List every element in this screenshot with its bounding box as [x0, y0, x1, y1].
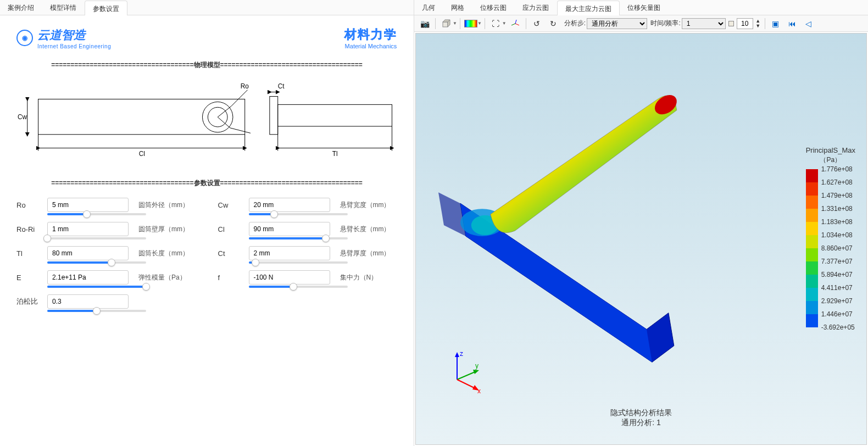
- param-input-泊松比[interactable]: [47, 294, 129, 309]
- analysis-step-select[interactable]: 通用分析: [587, 18, 647, 29]
- svg-text:Ct: Ct: [277, 82, 285, 90]
- param-label-Cl: Cl: [218, 225, 244, 233]
- param-desc-Tl: 圆筒长度（mm）: [138, 249, 189, 258]
- tab-model-detail[interactable]: 模型详情: [42, 0, 85, 15]
- dropdown-arrow[interactable]: ▼: [477, 21, 482, 26]
- result-text: 隐式结构分析结果 通用分析: 1: [610, 408, 672, 428]
- param-desc-Cw: 悬臂宽度（mm）: [340, 200, 391, 210]
- subject-sub: Material Mechanics: [344, 43, 397, 49]
- rotate-ccw-icon[interactable]: ↺: [529, 17, 544, 30]
- svg-line-25: [515, 20, 516, 24]
- svg-line-24: [515, 24, 519, 25]
- param-desc-Cl: 悬臂长度（mm）: [340, 225, 391, 234]
- fit-icon[interactable]: ⛶: [488, 17, 503, 30]
- svg-line-34: [457, 380, 476, 389]
- tab-geometry[interactable]: 几何: [414, 0, 443, 15]
- tab-case-intro[interactable]: 案例介绍: [0, 0, 42, 15]
- frames-input[interactable]: [737, 18, 753, 29]
- logo-left: ◉ 云道智造 Internet Based Engineering: [16, 27, 111, 49]
- axes-icon[interactable]: [508, 17, 523, 30]
- param-label-Cw: Cw: [218, 201, 244, 209]
- section-params: =====================================参数设…: [16, 179, 397, 188]
- svg-text:Ro: Ro: [241, 82, 249, 90]
- subject-title: 材料力学: [344, 26, 397, 43]
- section-physical: =====================================物理模…: [16, 60, 397, 70]
- param-desc-E: 弹性模量（Pa）: [138, 273, 186, 282]
- param-slider-Tl[interactable]: [47, 261, 146, 264]
- param-slider-Ct[interactable]: [249, 261, 348, 264]
- tab-param-settings[interactable]: 参数设置: [85, 1, 127, 15]
- param-input-E[interactable]: [47, 270, 129, 285]
- play-back-icon[interactable]: ◁: [801, 17, 816, 30]
- spin-up-down[interactable]: ▲▼: [754, 17, 762, 30]
- tab-stress[interactable]: 应力云图: [515, 0, 557, 15]
- physical-diagram: Ro Ri Cw Cl Ct: [16, 80, 397, 168]
- param-slider-f[interactable]: [249, 286, 348, 288]
- svg-text:Cw: Cw: [18, 113, 27, 121]
- param-desc-f: 集中力（N）: [340, 273, 378, 282]
- colormap-icon[interactable]: [463, 17, 478, 30]
- param-label-E: E: [16, 274, 43, 282]
- param-label-Tl: Tl: [16, 249, 43, 258]
- param-input-Cw[interactable]: [249, 198, 330, 212]
- svg-line-6: [218, 117, 230, 128]
- svg-line-7: [230, 128, 251, 135]
- param-input-f[interactable]: [249, 270, 330, 285]
- right-tabs: 几何 网格 位移云图 应力云图 最大主应力云图 位移矢量图: [414, 0, 868, 15]
- camera-icon[interactable]: 📷: [417, 17, 432, 30]
- param-desc-Ro: 圆筒外径（mm）: [138, 200, 189, 210]
- svg-text:z: z: [460, 350, 463, 358]
- param-label-Ro: Ro: [16, 201, 43, 209]
- logo-right: 材料力学 Material Mechanics: [344, 26, 397, 49]
- param-desc-Ct: 悬臂厚度（mm）: [340, 249, 391, 258]
- svg-line-3: [218, 106, 231, 117]
- viewport-toolbar: 📷 ▼ ▼ ⛶▼ ↺ ↻ 分析步: 通用分析 时间/频率: 1 ▲▼ ▣ ⏮ ◁: [414, 15, 868, 32]
- param-slider-Ro[interactable]: [47, 213, 146, 215]
- dropdown-arrow[interactable]: ▼: [453, 21, 457, 26]
- box-indicator: [728, 21, 734, 26]
- tab-displacement[interactable]: 位移云图: [472, 0, 515, 15]
- svg-text:Cl: Cl: [139, 150, 145, 158]
- param-input-Ro[interactable]: [47, 198, 129, 212]
- svg-rect-23: [443, 22, 448, 27]
- color-legend: PrincipalS_Max （Pa） 1.776e+081.627e+081.…: [806, 146, 855, 327]
- svg-text:y: y: [475, 362, 478, 370]
- param-slider-泊松比[interactable]: [47, 310, 146, 312]
- rotate-cw-icon[interactable]: ↻: [546, 17, 561, 30]
- param-slider-E[interactable]: [47, 286, 146, 288]
- left-tabs: 案例介绍 模型详情 参数设置: [0, 0, 414, 15]
- analysis-step-label: 分析步:: [564, 19, 586, 28]
- cube-icon[interactable]: [438, 17, 454, 30]
- param-label-f: f: [218, 274, 244, 282]
- param-input-Ct[interactable]: [249, 246, 330, 260]
- axis-gizmo: z y x: [443, 349, 487, 395]
- param-input-Cl[interactable]: [249, 222, 330, 236]
- param-slider-Ro-Ri[interactable]: [47, 237, 146, 239]
- param-label-泊松比: 泊松比: [16, 297, 43, 306]
- skip-back-icon[interactable]: ⏮: [784, 17, 800, 30]
- tab-max-principal[interactable]: 最大主应力云图: [557, 1, 620, 15]
- svg-text:x: x: [477, 387, 481, 393]
- param-label-Ro-Ri: Ro-Ri: [16, 225, 43, 233]
- param-input-Ro-Ri[interactable]: [47, 222, 129, 236]
- viewport-3d[interactable]: z y x 隐式结构分析结果 通用分析: 1 PrincipalS_Max （P…: [415, 33, 867, 445]
- svg-rect-15: [269, 97, 277, 135]
- param-slider-Cw[interactable]: [249, 213, 348, 215]
- param-slider-Cl[interactable]: [249, 237, 348, 239]
- svg-rect-16: [277, 104, 392, 126]
- svg-line-32: [457, 371, 476, 380]
- param-input-Tl[interactable]: [47, 246, 129, 260]
- dropdown-arrow[interactable]: ▼: [502, 21, 507, 26]
- tab-mesh[interactable]: 网格: [443, 0, 472, 15]
- time-label: 时间/频率:: [650, 19, 681, 28]
- brand-name: 云道智造: [37, 27, 111, 43]
- time-select[interactable]: 1: [682, 18, 726, 29]
- svg-text:Tl: Tl: [332, 150, 337, 158]
- tab-disp-vector[interactable]: 位移矢量图: [620, 0, 669, 15]
- param-label-Ct: Ct: [218, 249, 244, 258]
- record-icon[interactable]: ▣: [768, 17, 783, 30]
- svg-line-26: [511, 24, 515, 25]
- brand-sub: Internet Based Engineering: [37, 43, 111, 49]
- swirl-icon: ◉: [16, 30, 33, 46]
- svg-rect-0: [38, 99, 245, 134]
